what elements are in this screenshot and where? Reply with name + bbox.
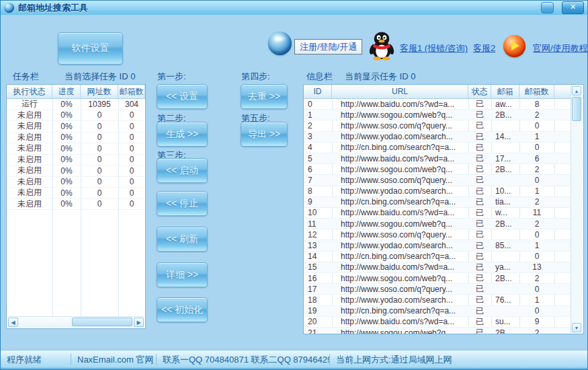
cell: 3 (304, 132, 332, 142)
generate-button[interactable]: 生成 >> (157, 122, 208, 147)
cell: 8 (519, 99, 554, 109)
table-row[interactable]: 运行0%10395304 (7, 99, 145, 110)
table-row[interactable]: 21http://www.sogou.com/web?q...已2B...2 (304, 328, 583, 334)
table-row[interactable]: 未启用0%00 (7, 177, 145, 188)
table-row[interactable]: 未启用0%00 (7, 188, 145, 199)
cell: 8 (304, 186, 332, 196)
table-row[interactable]: 4http://cn.bing.com/search?q=a...已0 (304, 143, 583, 153)
cell: 18 (304, 295, 332, 305)
cell: 2 (519, 164, 554, 174)
close-button[interactable]: ✕ (562, 1, 584, 14)
table-row[interactable]: 13http://www.yodao.com/search...已85...1 (304, 240, 583, 251)
table-row[interactable]: 1http://www.sogou.com/web?q...已2B...2 (304, 110, 583, 120)
export-button[interactable]: 导出 >> (241, 122, 288, 147)
cell: 1 (304, 110, 332, 120)
start-button[interactable]: << 启动 (157, 158, 208, 183)
settings-button[interactable]: 软件设置 (58, 32, 123, 65)
service1-link[interactable]: 客服1 (报错/咨询) (400, 42, 468, 54)
header-row[interactable]: 执行状态进度网址数邮箱数 (7, 85, 145, 98)
stop-button[interactable]: << 停止 (157, 191, 208, 216)
cell: 已 (468, 110, 491, 120)
cell: 已 (468, 186, 491, 196)
app-window: 邮箱地址搜索工具 ✕ 软件设置 注册/登陆/开通 客服1 (报错/咨询) 客服2… (0, 0, 588, 370)
register-login-button[interactable]: 注册/登陆/开通 (294, 39, 362, 54)
scrollbar-thumb[interactable] (72, 318, 132, 326)
table-row[interactable]: 12http://www.soso.com/q?query...已0 (304, 229, 583, 240)
task-table-header: 执行状态进度网址数邮箱数 (7, 85, 145, 99)
table-row[interactable]: 16http://www.sogou.com/web?q...已2B...2 (304, 273, 583, 284)
status-ready: 程序就绪 (1, 354, 71, 365)
cell: 已 (468, 197, 491, 207)
cell (554, 153, 572, 163)
table-row[interactable]: 11http://www.sogou.com/web?q...已2B...2 (304, 219, 583, 229)
cell (554, 328, 572, 334)
task-table-body: 运行0%10395304未启用0%00未启用0%00未启用0%00未启用0%00… (7, 99, 145, 210)
horizontal-scrollbar[interactable]: ◀ ▶ (7, 316, 144, 328)
cell: 7 (304, 175, 332, 185)
setup-button[interactable]: << 设置 (157, 84, 208, 109)
cell: 0% (52, 99, 81, 110)
table-row[interactable]: 6http://www.sogou.com/web?q...已2B...2 (304, 164, 583, 175)
table-row[interactable]: 未启用0%00 (7, 199, 145, 211)
initialize-button[interactable]: << 初始化 (157, 297, 208, 322)
table-row[interactable]: 2http://www.soso.com/q?query...已0 (304, 120, 583, 131)
cell: 邮箱数 (118, 85, 145, 98)
minimize-button[interactable] (541, 2, 554, 13)
cell: 15 (304, 262, 332, 272)
table-row[interactable]: 8http://www.yodao.com/search...已10...1 (304, 186, 583, 197)
cell: 已 (468, 328, 491, 334)
scroll-down-icon[interactable]: ▼ (572, 323, 581, 332)
table-row[interactable]: 18http://www.yodao.com/search...已76...1 (304, 295, 583, 305)
cell: 13 (304, 240, 332, 250)
cell: http://www.baidu.com/s?wd=a... (332, 99, 468, 109)
table-row[interactable]: 10http://www.baidu.com/s?wd=a...已w...11 (304, 208, 583, 219)
vertical-scrollbar[interactable]: ▲ ▼ (571, 85, 583, 333)
cell: 0% (52, 155, 81, 165)
cell: 0 (118, 199, 145, 210)
table-row[interactable]: 15http://www.baidu.com/s?wd=a...已ya...13 (304, 262, 583, 273)
table-row[interactable]: 7http://www.soso.com/q?query...已0 (304, 175, 583, 186)
table-row[interactable]: 0http://www.baidu.com/s?wd=a...已aw...8 (304, 99, 583, 110)
cell: ID (304, 85, 332, 98)
refresh-button[interactable]: << 刷新 (157, 227, 208, 252)
cell: 状态 (468, 85, 491, 98)
cell (554, 306, 572, 316)
table-row[interactable]: 17http://www.soso.com/q?query...已0 (304, 284, 583, 295)
cell (554, 99, 572, 109)
cell: http://www.sogou.com/web?q... (332, 328, 468, 334)
table-row[interactable]: 未启用0%00 (7, 110, 145, 122)
scroll-right-icon[interactable]: ▶ (134, 318, 144, 327)
website-tutorial-link[interactable]: 官网/使用教程 (533, 42, 588, 54)
scrollbar-thumb[interactable] (572, 97, 581, 121)
table-row[interactable]: 20http://www.baidu.com/s?wd=a...已su...9 (304, 317, 583, 328)
play-tutorial-icon[interactable] (503, 35, 526, 57)
table-row[interactable]: 14http://cn.bing.com/search?q=a...已0 (304, 252, 583, 262)
table-row[interactable]: 未启用0%00 (7, 133, 145, 144)
table-row[interactable]: 3http://www.yodao.com/search...已14...1 (304, 132, 583, 143)
cell: 邮箱数 (519, 85, 554, 98)
scroll-up-icon[interactable]: ▲ (572, 86, 581, 96)
cell: 2 (304, 120, 332, 131)
table-row[interactable]: 19http://cn.bing.com/search?q=a...已0 (304, 306, 583, 317)
cell: http://www.baidu.com/s?wd=a... (332, 153, 468, 163)
cell: 进度 (52, 85, 81, 98)
table-row[interactable]: 未启用0%00 (7, 155, 145, 166)
table-row[interactable]: 未启用0%00 (7, 165, 145, 177)
cell: http://www.baidu.com/s?wd=a... (332, 208, 468, 218)
table-row[interactable]: 9http://cn.bing.com/search?q=a...已tia...… (304, 197, 583, 208)
cell: 0 (118, 155, 145, 165)
cell (554, 175, 572, 185)
cell: 10... (491, 186, 519, 196)
header-row[interactable]: IDURL状态邮箱邮箱数 (304, 85, 572, 98)
cell: 2B... (491, 219, 519, 229)
cell: 2B... (491, 110, 519, 120)
status-website: NaxEmail.com 官网 (71, 354, 157, 365)
service2-link[interactable]: 客服2 (473, 42, 495, 54)
detail-button[interactable]: 详细 >> (157, 262, 208, 287)
table-row[interactable]: 5http://www.baidu.com/s?wd=a...已17...6 (304, 153, 583, 164)
cell: 已 (468, 219, 491, 229)
dedupe-button[interactable]: 去重 >> (241, 84, 288, 109)
table-row[interactable]: 未启用0%00 (7, 121, 145, 133)
table-row[interactable]: 未启用0%00 (7, 143, 145, 155)
scroll-left-icon[interactable]: ◀ (8, 318, 18, 327)
